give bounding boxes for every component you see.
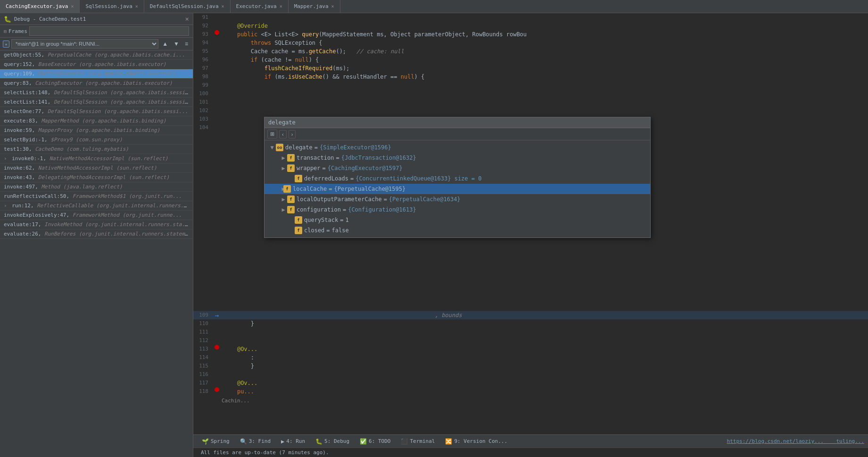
field-name: configuration — [297, 206, 341, 213]
bottom-toolbar: 🌱 Spring 🔍 3: Find ▶ 4: Run 🐛 5: Debug ✅… — [193, 434, 868, 448]
frame-class: ReflectiveCallable (org.junit.internal.r… — [37, 203, 193, 209]
frame-item[interactable]: selectByid:-1, $Proxy9 (com.sun.proxy) — [0, 135, 193, 145]
frame-item[interactable]: invoke:43, DelegatingMethodAccessorImpl … — [0, 173, 193, 182]
tab-default-sql-session[interactable]: DefaultSqlSession.java × — [144, 0, 231, 13]
expand-icon[interactable]: ▶ — [280, 196, 287, 203]
run-button[interactable]: ▶ 4: Run — [276, 437, 310, 446]
tree-item-wrapper[interactable]: ▶ f wrapper = {CachingExecutor@1597} — [265, 163, 650, 173]
field-eq: = — [384, 196, 387, 203]
frame-method: execute:83, — [4, 118, 41, 124]
popup-back-button[interactable]: ‹ — [279, 130, 287, 139]
frame-item[interactable]: invoke:59, MapperProxy (org.apache.ibati… — [0, 126, 193, 135]
frames-search-input[interactable] — [29, 26, 189, 36]
version-control-button[interactable]: 🔀 9: Version Con... — [440, 437, 512, 446]
popup-toolbar: ⊞ ‹ › — [265, 128, 650, 140]
frame-item[interactable]: query:83, CachingExecutor (org.apache.ib… — [0, 79, 193, 88]
code-line-112: 112 — [193, 336, 868, 345]
line-number: 94 — [193, 39, 212, 47]
frame-item[interactable]: invokeExplosively:47, FrameworkMethod (o… — [0, 211, 193, 220]
code-line: 92 @Override — [193, 22, 868, 30]
frame-item[interactable]: query:152, BaseExecutor (org.apache.ibat… — [0, 60, 193, 69]
frame-item[interactable]: selectList:141, DefaultSqlSession (org.a… — [0, 98, 193, 107]
info-bar: All files are up-to-date (7 minutes ago)… — [193, 448, 868, 457]
expand-icon[interactable]: ▶ — [268, 185, 283, 193]
line-number: 114 — [193, 353, 212, 362]
frame-item[interactable]: › invoke0:-1, NativeMethodAccessorImpl (… — [0, 154, 193, 163]
thread-select[interactable]: *main*@1 in group *main*: RUNNI... — [11, 39, 158, 49]
frame-class: CacheDemo (com.tuling.mybatis) — [35, 146, 129, 152]
line-number: 104 — [193, 123, 212, 132]
field-eq: = — [343, 206, 346, 213]
line-number: 102 — [193, 106, 212, 115]
tree-item-closed[interactable]: f closed = false — [265, 225, 650, 236]
tab-executor[interactable]: Executor.java × — [231, 0, 289, 13]
filter-button[interactable]: ≡ — [183, 40, 190, 48]
frame-item[interactable]: evaluate:17, InvokeMethod (org.junit.int… — [0, 220, 193, 229]
step-down-button[interactable]: ▼ — [172, 40, 181, 48]
breakpoint-indicator[interactable] — [215, 387, 219, 392]
frame-item[interactable]: execute:83, MapperMethod (org.apache.iba… — [0, 116, 193, 126]
frame-item[interactable]: selectList:148, DefaultSqlSession (org.a… — [0, 88, 193, 98]
todo-label: 6: TODO — [369, 438, 390, 444]
debug-button[interactable]: 🐛 5: Debug — [311, 437, 354, 446]
line-number: 117 — [193, 379, 212, 387]
popup-forward-button[interactable]: › — [289, 130, 296, 139]
line-content: Cache cache = ms.getCache(); // cache: n… — [222, 47, 868, 56]
expand-icon[interactable]: ▶ — [280, 206, 287, 213]
frame-item[interactable]: evaluate:26, RunBefores (org.junit.inter… — [0, 229, 193, 239]
expand-icon[interactable]: ▼ — [268, 144, 276, 151]
frame-item[interactable]: runReflectiveCall:50, FrameworkMethod$1 … — [0, 192, 193, 201]
frame-item-active[interactable]: query:109, CachingExecutor (org.apache.i… — [0, 69, 193, 79]
code-line-113: 113 @Ov... — [193, 345, 868, 353]
tree-item-query-stack[interactable]: f queryStack = 1 — [265, 215, 650, 225]
tree-item-configuration[interactable]: ▶ f configuration = {Configuration@1613} — [265, 204, 650, 215]
line-content: } — [222, 319, 868, 328]
popup-browse-button[interactable]: ⊞ — [267, 130, 277, 139]
expand-icon[interactable]: ▶ — [280, 154, 287, 162]
code-area[interactable]: 91 92 @Override 93 public <E> List<E> qu… — [193, 13, 868, 434]
tree-item-deferred-loads[interactable]: f deferredLoads = {ConcurrentLinkedQueue… — [265, 173, 650, 184]
frame-method: selectList:141, — [4, 99, 54, 105]
frame-item[interactable]: › run:12, ReflectiveCallable (org.junit.… — [0, 201, 193, 211]
frame-item[interactable]: invoke:497, Method (java.lang.reflect) — [0, 182, 193, 192]
close-icon[interactable]: × — [135, 4, 138, 9]
breakpoint-indicator[interactable] — [215, 345, 219, 350]
popup-title: delegate — [268, 119, 296, 126]
line-content: public <E> List<E> query(MappedStatement… — [222, 30, 868, 39]
frame-class: DefaultSqlSession (org.apache.ibatis.ses… — [54, 99, 193, 105]
expand-icon[interactable]: ▶ — [280, 164, 287, 172]
field-value: {SimpleExecutor@1596} — [320, 144, 391, 151]
close-icon[interactable]: × — [71, 4, 74, 9]
tree-item-local-cache[interactable]: ▶ f localCache = {PerpetualCache@1595} — [265, 184, 650, 194]
close-icon[interactable]: × — [185, 15, 189, 23]
status-message: All files are up-to-date (7 minutes ago)… — [197, 449, 333, 456]
close-icon[interactable]: × — [331, 4, 334, 9]
tree-item-local-output-cache[interactable]: ▶ f localOutputParameterCache = {Perpetu… — [265, 194, 650, 204]
spring-button[interactable]: 🌱 Spring — [197, 437, 234, 446]
frame-item[interactable]: selectOne:77, DefaultSqlSession (org.apa… — [0, 107, 193, 116]
find-button[interactable]: 🔍 3: Find — [235, 437, 275, 446]
line-content: pu... — [222, 387, 868, 396]
field-type-icon: f — [287, 196, 295, 203]
tab-sql-session[interactable]: SqlSession.java × — [80, 0, 144, 13]
field-eq: = — [336, 155, 339, 161]
code-line-114: 114 : — [193, 353, 868, 362]
left-panel: 🐛 Debug - CacheDemo.test1 × ⊞ Frames ★ *… — [0, 13, 193, 457]
current-line-arrow: → — [215, 311, 219, 319]
field-eq: = — [340, 217, 343, 223]
todo-button[interactable]: ✅ 6: TODO — [355, 437, 395, 446]
tree-item-transaction[interactable]: ▶ f transaction = {JdbcTransaction@1632} — [265, 153, 650, 163]
file-label: Cachin... — [193, 396, 868, 406]
tab-caching-executor[interactable]: CachingExecutor.java × — [0, 0, 80, 13]
external-link[interactable]: https://blog.csdn.net/laoziy... tuling..… — [727, 438, 864, 444]
frame-item[interactable]: invoke:62, NativeMethodAccessorImpl (sun… — [0, 163, 193, 173]
breakpoint-indicator[interactable] — [215, 30, 219, 35]
frame-item[interactable]: getObject:55, PerpetualCache (org.apache… — [0, 50, 193, 60]
tab-mapper[interactable]: Mapper.java × — [289, 0, 340, 13]
terminal-button[interactable]: ⬛ Terminal — [396, 437, 439, 446]
close-icon[interactable]: × — [222, 4, 224, 9]
close-icon[interactable]: × — [280, 4, 282, 9]
tree-item-root[interactable]: ▼ oo delegate = {SimpleExecutor@1596} — [265, 142, 650, 153]
step-up-button[interactable]: ▲ — [160, 40, 170, 48]
frame-item[interactable]: test1:30, CacheDemo (com.tuling.mybatis) — [0, 145, 193, 154]
